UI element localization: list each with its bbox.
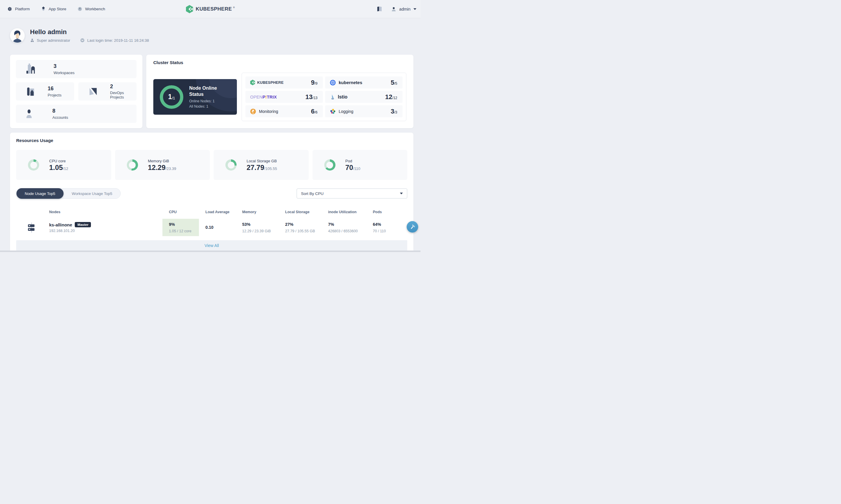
usage-total: /110 — [353, 166, 360, 171]
usage-value: 70 — [346, 164, 353, 171]
storage-percent: 27% — [285, 222, 322, 227]
istio-sail-icon — [330, 94, 335, 100]
role-goggles-icon — [30, 38, 34, 43]
col-header-pods: Pods — [366, 210, 407, 214]
tab-workspace-usage-top5[interactable]: Workspace Usage Top5 — [64, 188, 121, 199]
main-content: Hello admin Super administrator Last log… — [0, 18, 421, 252]
load-average-value: 0.10 — [205, 225, 236, 230]
view-all-button[interactable]: View All — [16, 240, 407, 251]
service-total: /12 — [392, 96, 397, 100]
service-value: 6 — [311, 108, 315, 115]
greeting-text: Hello admin Super administrator Last log… — [30, 29, 149, 43]
usage-tabs: Node Usage Top5 Workspace Usage Top5 — [16, 188, 121, 199]
accounts-icon — [25, 108, 35, 119]
kubesphere-dashboard: Platform App Store Workbench KUBESPHERE … — [0, 0, 421, 252]
cpu-percent: 9% — [169, 222, 199, 227]
nav-right: admin — [376, 6, 416, 12]
node-ip: 192.168.101.20 — [49, 229, 162, 233]
docs-book-icon[interactable] — [376, 6, 382, 12]
workspaces-text: 3 Workspaces — [54, 63, 74, 75]
service-name: Logging — [339, 109, 353, 114]
sort-by-select[interactable]: Sort By CPU — [297, 188, 407, 198]
kubesphere-icon — [250, 80, 255, 85]
col-header-nodes: Nodes — [49, 210, 162, 214]
service-total: /13 — [313, 96, 317, 100]
devops-label: DevOps Projects — [110, 91, 137, 100]
workspaces-stat[interactable]: 3 Workspaces — [16, 60, 137, 78]
usage-label: Pod — [346, 159, 361, 163]
usage-value: 1.05 — [49, 164, 63, 171]
pod-donut — [324, 159, 335, 170]
node-status-text: Node Online Status Online Nodes: 1 All N… — [189, 85, 225, 109]
fluentd-dots-icon — [330, 108, 336, 114]
pods-percent: 64% — [373, 222, 407, 227]
nav-item-workbench[interactable]: Workbench — [77, 6, 105, 12]
hammer-icon — [409, 224, 416, 230]
pods-detail: 70 / 110 — [373, 229, 407, 233]
col-header-storage: Local Storage — [279, 210, 322, 214]
usage-cards-row: CPU core 1.05/12 Memory GiB 12.29/23.39 … — [16, 150, 407, 180]
node-online-value: 1 — [168, 93, 172, 101]
cpu-detail: 1.05 / 12 core — [169, 229, 199, 233]
workspaces-icon — [25, 64, 36, 75]
toolbox-fab[interactable] — [407, 221, 418, 233]
projects-label: Projects — [48, 93, 62, 97]
tab-node-usage-top5[interactable]: Node Usage Top5 — [16, 188, 64, 199]
storage-usage-card: Local Storage GB 27.79/105.55 — [214, 150, 309, 180]
projects-icon — [25, 86, 36, 97]
bottom-strip — [0, 251, 421, 252]
kubesphere-wordmark: KUBESPHERE — [196, 6, 232, 12]
devops-text: 2 DevOps Projects — [110, 84, 137, 100]
pods-cell: 64% 70 / 110 — [366, 219, 407, 236]
memory-percent: 53% — [242, 222, 279, 227]
user-icon — [391, 6, 396, 12]
service-name: KUBESPHERE — [257, 80, 284, 85]
top-nav: Platform App Store Workbench KUBESPHERE … — [0, 0, 421, 18]
devops-stat[interactable]: 2 DevOps Projects — [78, 82, 137, 101]
node-online-total: /1 — [172, 96, 175, 100]
table-row-ks-allinone[interactable]: ks-allinone Master 192.168.101.20 9% 1.0… — [16, 219, 407, 236]
top-panels-row: 3 Workspaces 16 Projects — [10, 55, 414, 128]
last-login-item: Last login time: 2019-11-11 16:24:38 — [80, 38, 149, 43]
last-login-label: Last login time: 2019-11-11 16:24:38 — [87, 38, 149, 43]
gear-icon — [7, 6, 12, 12]
nav-item-app-store[interactable]: App Store — [41, 6, 66, 12]
clock-icon — [80, 38, 85, 43]
greeting-section: Hello admin Super administrator Last log… — [10, 28, 414, 43]
usage-label: Local Storage GB — [247, 159, 277, 163]
accounts-stat[interactable]: 8 Accounts — [16, 105, 137, 123]
nav-left: Platform App Store Workbench — [7, 6, 105, 12]
nav-item-platform[interactable]: Platform — [7, 6, 30, 12]
storage-donut — [225, 159, 236, 170]
app-store-diamond-icon — [41, 6, 46, 12]
server-icon — [27, 222, 36, 233]
memory-donut — [127, 159, 138, 170]
nav-item-label: Platform — [15, 7, 30, 11]
all-nodes-line: All Nodes: 1 — [189, 104, 225, 108]
service-total: /5 — [394, 82, 397, 86]
resources-usage-panel: Resources Usage CPU core 1.05/12 Memory … — [10, 132, 414, 252]
usage-value: 12.29 — [148, 164, 166, 171]
greeting-title: Hello admin — [30, 29, 149, 36]
storage-cell: 27% 27.79 / 105.55 GB — [279, 219, 322, 236]
service-value: 5 — [391, 79, 394, 86]
node-icon-cell — [16, 219, 49, 236]
table-header-row: Nodes CPU Load Average Memory Local Stor… — [16, 208, 407, 216]
service-value: 13 — [305, 94, 313, 100]
resources-usage-title: Resources Usage — [16, 138, 407, 143]
projects-stat[interactable]: 16 Projects — [16, 82, 74, 101]
devops-count: 2 — [110, 84, 137, 90]
service-name: Istio — [338, 94, 348, 100]
user-menu[interactable]: admin — [391, 6, 416, 12]
cpu-donut — [28, 159, 39, 170]
memory-cell: 53% 12.29 / 23.39 GiB — [236, 219, 279, 236]
overview-panel: 3 Workspaces 16 Projects — [10, 55, 142, 128]
service-total: /9 — [315, 82, 317, 86]
role-label: Super administrator — [37, 38, 70, 43]
kubesphere-logo[interactable]: KUBESPHERE ® — [186, 5, 235, 13]
service-istio: Istio 12/12 — [325, 91, 403, 103]
inode-percent: 7% — [328, 222, 366, 227]
col-header-memory: Memory — [236, 210, 279, 214]
service-kubernetes: kubernetes 5/5 — [325, 76, 403, 89]
usage-total: /105.55 — [264, 166, 277, 171]
